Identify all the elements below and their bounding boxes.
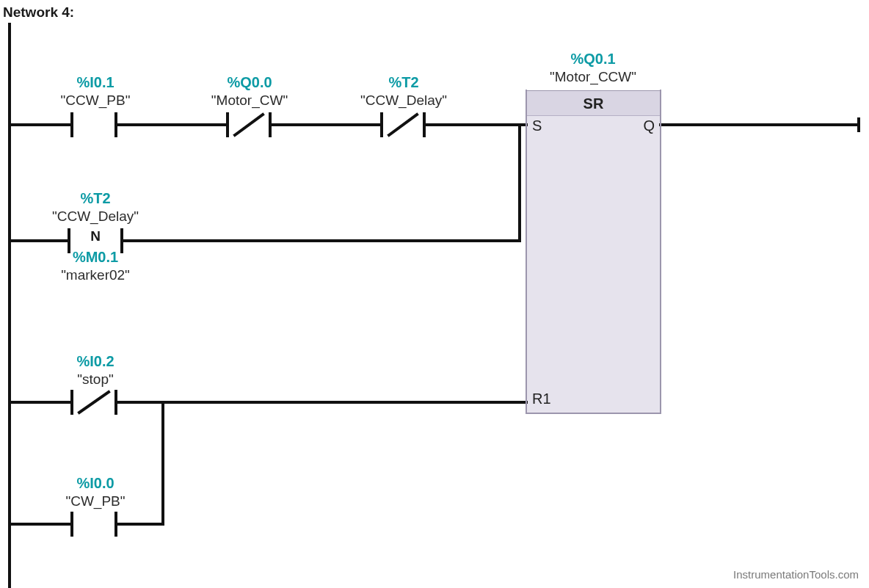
svg-line-22 — [79, 392, 109, 413]
svg-line-12 — [389, 115, 417, 135]
svg-line-8 — [235, 115, 263, 135]
ladder-wires — [0, 0, 869, 588]
sr-flipflop-block: SR S Q R1 — [526, 90, 661, 413]
contact-ccw-pb-addr: %I0.1 — [29, 73, 161, 92]
watermark: InstrumentationTools.com — [733, 568, 859, 581]
contact-marker02-addr: %M0.1 — [29, 248, 161, 266]
sr-block-address: %Q0.1 — [527, 50, 659, 68]
sr-block-symbol: "Motor_CCW" — [527, 68, 659, 86]
contact-stop-addr: %I0.2 — [29, 352, 161, 371]
contact-motor-cw-addr: %Q0.0 — [183, 73, 316, 92]
sr-pin-q: Q — [643, 117, 655, 134]
contact-cw-pb-addr: %I0.0 — [29, 474, 161, 493]
contact-t2-edge-addr: %T2 — [29, 189, 161, 208]
network-title: Network 4: — [3, 4, 74, 21]
contact-ccw-delay-sym: "CCW_Delay" — [338, 92, 470, 109]
contact-motor-cw-sym: "Motor_CW" — [183, 92, 316, 109]
contact-t2-edge-letter: N — [90, 228, 101, 244]
contact-t2-edge-sym: "CCW_Delay" — [29, 208, 161, 225]
sr-pin-r1: R1 — [532, 391, 551, 407]
contact-cw-pb-sym: "CW_PB" — [29, 493, 161, 510]
sr-block-title: SR — [526, 91, 661, 116]
contact-stop-sym: "stop" — [29, 371, 161, 388]
sr-pin-s: S — [532, 117, 542, 134]
contact-marker02-sym: "marker02" — [29, 266, 161, 284]
contact-ccw-delay-addr: %T2 — [338, 73, 470, 92]
contact-ccw-pb-sym: "CCW_PB" — [29, 92, 161, 109]
